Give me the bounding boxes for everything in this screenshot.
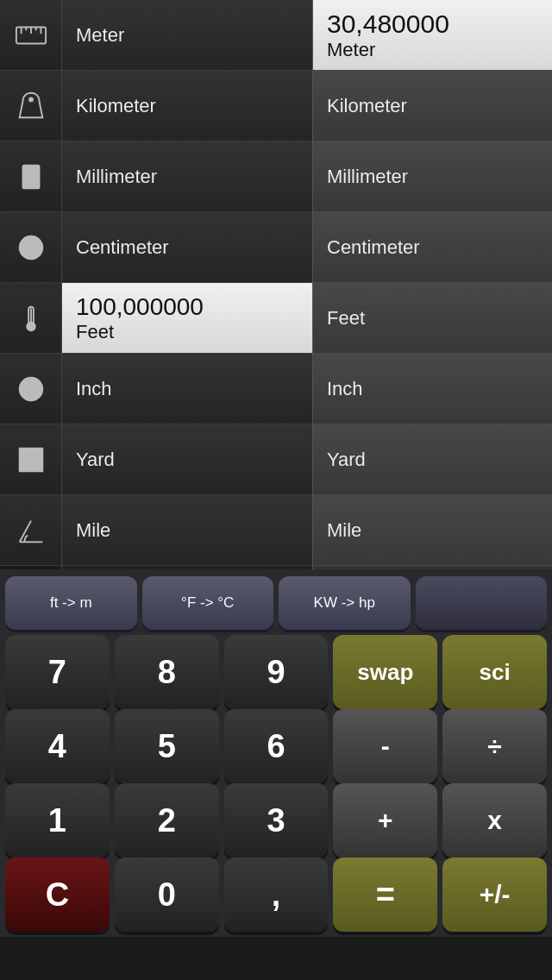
left-unit-name-yard: Yard xyxy=(76,449,115,471)
conversion-row: ft -> m°F -> °CKW -> hp xyxy=(5,576,547,630)
right-unit-millimeter[interactable]: Millimeter xyxy=(313,141,552,212)
right-unit-mile[interactable]: Mile xyxy=(313,495,552,566)
left-unit-name-kilometer: Kilometer xyxy=(76,95,156,117)
key-multiply[interactable]: x xyxy=(442,783,547,858)
key-plus[interactable]: + xyxy=(333,783,437,858)
left-unit-feet[interactable]: 100,000000Feet xyxy=(62,283,312,354)
left-unit-value-feet: 100,000000 xyxy=(76,293,204,321)
left-unit-yard[interactable]: Yard xyxy=(62,424,312,495)
key-row: 123+x xyxy=(5,783,547,858)
right-unit-meter[interactable]: 30,480000Meter xyxy=(313,0,552,71)
thermometer-icon-cell[interactable] xyxy=(0,283,61,354)
conv-btn-kw-hp[interactable]: KW -> hp xyxy=(279,576,411,630)
key-5[interactable]: 5 xyxy=(115,709,219,783)
left-unit-mile[interactable]: Mile xyxy=(62,495,312,566)
pressure-icon-cell[interactable] xyxy=(0,354,61,424)
clock-icon-cell[interactable] xyxy=(0,212,61,283)
svg-point-17 xyxy=(19,377,42,400)
key-sci[interactable]: sci xyxy=(442,635,547,709)
key-8[interactable]: 8 xyxy=(115,635,219,709)
key-4[interactable]: 4 xyxy=(5,709,110,783)
left-unit-kilometer[interactable]: Kilometer xyxy=(62,71,312,141)
key-9[interactable]: 9 xyxy=(224,635,329,709)
unit-icon-column xyxy=(0,0,62,569)
right-unit-name-yard: Yard xyxy=(327,449,366,471)
angle-icon-cell[interactable] xyxy=(0,495,61,566)
right-unit-column: 30,480000MeterKilometerMillimeterCentime… xyxy=(312,0,552,569)
left-unit-name-centimeter: Centimeter xyxy=(76,236,169,259)
key-minus[interactable]: - xyxy=(333,709,437,783)
ruler-icon-cell[interactable] xyxy=(0,0,61,71)
key-2[interactable]: 2 xyxy=(115,783,219,858)
right-unit-centimeter[interactable]: Centimeter xyxy=(313,212,552,283)
left-unit-name-inch: Inch xyxy=(76,378,112,400)
right-unit-name-inch: Inch xyxy=(327,378,363,400)
left-unit-name-feet: Feet xyxy=(76,321,114,343)
right-unit-name-kilometer: Kilometer xyxy=(327,95,407,117)
left-unit-meter[interactable]: Meter xyxy=(62,0,312,71)
key-plusminus[interactable]: +/- xyxy=(442,858,547,932)
key-row: 789swapsci xyxy=(5,635,547,709)
key-6[interactable]: 6 xyxy=(224,709,329,783)
left-unit-name-mile: Mile xyxy=(76,519,110,542)
svg-point-6 xyxy=(28,97,34,102)
right-unit-kilometer[interactable]: Kilometer xyxy=(313,71,552,141)
right-unit-feet[interactable]: Feet xyxy=(313,283,552,354)
key-0[interactable]: 0 xyxy=(115,858,219,932)
right-unit-inch[interactable]: Inch xyxy=(313,354,552,424)
left-unit-name-meter: Meter xyxy=(76,24,124,47)
conv-btn-more[interactable] xyxy=(416,576,548,630)
fabric-icon-cell[interactable] xyxy=(0,424,61,495)
right-unit-yard[interactable]: Yard xyxy=(313,424,552,495)
conv-btn-ft-m[interactable]: ft -> m xyxy=(5,576,137,630)
left-unit-millimeter[interactable]: Millimeter xyxy=(62,141,312,212)
cylinder-icon-cell[interactable] xyxy=(0,141,61,212)
key-equals[interactable]: = xyxy=(333,858,437,932)
right-unit-name-centimeter: Centimeter xyxy=(327,236,420,259)
right-unit-name-meter: Meter xyxy=(327,39,375,61)
key-7[interactable]: 7 xyxy=(5,635,110,709)
left-unit-centimeter[interactable]: Centimeter xyxy=(62,212,312,283)
key-divide[interactable]: ÷ xyxy=(442,709,547,783)
left-unit-inch[interactable]: Inch xyxy=(62,354,312,424)
right-unit-name-millimeter: Millimeter xyxy=(327,166,408,188)
right-unit-name-mile: Mile xyxy=(327,519,361,542)
conv-btn-f-c[interactable]: °F -> °C xyxy=(142,576,274,630)
right-unit-name-feet: Feet xyxy=(327,307,365,330)
keyboard-section: ft -> m°F -> °CKW -> hp 789swapsci456-÷1… xyxy=(0,569,552,937)
weight-icon-cell[interactable] xyxy=(0,71,61,141)
key-clear[interactable]: C xyxy=(5,858,110,932)
key-comma[interactable]: , xyxy=(224,858,329,932)
unit-label-column: MeterKilometerMillimeterCentimeter100,00… xyxy=(62,0,312,569)
key-1[interactable]: 1 xyxy=(5,783,110,858)
keypad-rows: 789swapsci456-÷123+xC0,=+/- xyxy=(5,635,547,932)
left-unit-name-millimeter: Millimeter xyxy=(76,166,157,188)
right-unit-value-meter: 30,480000 xyxy=(327,9,449,39)
key-row: 456-÷ xyxy=(5,709,547,783)
key-swap[interactable]: swap xyxy=(333,635,437,709)
key-row: C0,=+/- xyxy=(5,858,547,932)
key-3[interactable]: 3 xyxy=(224,783,329,858)
